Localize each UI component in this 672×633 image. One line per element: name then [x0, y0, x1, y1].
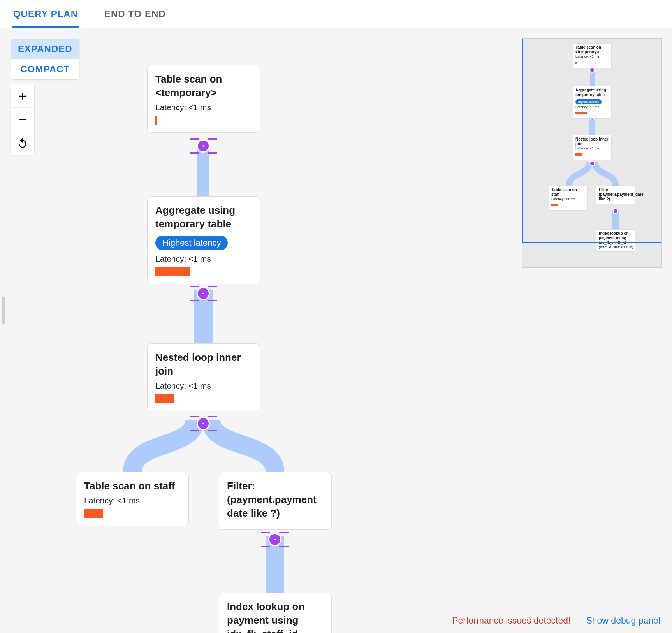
collapse-toggle[interactable]: [269, 534, 280, 545]
canvas-area[interactable]: EXPANDED COMPACT: [0, 28, 672, 633]
footer: Performance issues detected! Show debug …: [452, 615, 660, 626]
node-title: Filter: (payment.payment_date like ?): [227, 479, 324, 520]
highest-latency-badge: Highest latency: [155, 236, 228, 250]
collapse-toggle[interactable]: [198, 141, 209, 151]
node-title: Table scan on <temporary>: [155, 72, 252, 100]
node-table-scan-staff[interactable]: Table scan on staff Latency: <1 ms: [76, 472, 189, 526]
node-latency: Latency: <1 ms: [155, 103, 252, 112]
chevron-down-icon: [200, 142, 207, 149]
latency-bar: [155, 116, 157, 125]
node-title: Aggregate using temporary table: [155, 204, 252, 231]
node-title: Table scan on staff: [84, 479, 181, 493]
node-table-scan-temporary[interactable]: Table scan on <temporary> Latency: <1 ms: [147, 65, 260, 133]
chevron-down-icon: [271, 536, 278, 543]
node-filter-payment-date[interactable]: Filter: (payment.payment_date like ?): [219, 472, 332, 530]
node-nested-loop-join[interactable]: Nested loop inner join Latency: <1 ms: [147, 343, 260, 411]
show-debug-panel-link[interactable]: Show debug panel: [586, 615, 660, 626]
minimap-viewport[interactable]: [522, 39, 661, 243]
collapse-toggle[interactable]: [198, 418, 209, 429]
node-latency: Latency: <1 ms: [155, 381, 252, 390]
performance-warning: Performance issues detected!: [452, 615, 570, 626]
latency-bar: [155, 267, 190, 276]
node-title: Index lookup on payment using idx_fk_sta…: [227, 600, 324, 633]
tab-bar: QUERY PLAN END TO END: [0, 0, 672, 28]
tab-query-plan[interactable]: QUERY PLAN: [12, 0, 79, 28]
node-latency: Latency: <1 ms: [84, 496, 181, 505]
chevron-down-icon: [200, 290, 207, 297]
collapse-toggle[interactable]: [198, 288, 209, 299]
latency-bar: [84, 509, 103, 518]
latency-bar: [155, 394, 174, 403]
node-aggregate-temporary[interactable]: Aggregate using temporary table Highest …: [147, 196, 260, 284]
tab-end-to-end[interactable]: END TO END: [103, 0, 167, 28]
chevron-down-icon: [200, 420, 207, 427]
mini-sub: (staff_id=staff.staff_id): [599, 245, 632, 249]
node-index-lookup-payment[interactable]: Index lookup on payment using idx_fk_sta…: [219, 593, 332, 633]
minimap[interactable]: Table scan on <temporary> Latency: <1 ms…: [522, 38, 662, 268]
node-latency: Latency: <1 ms: [155, 254, 252, 264]
node-title: Nested loop inner join: [155, 351, 252, 378]
